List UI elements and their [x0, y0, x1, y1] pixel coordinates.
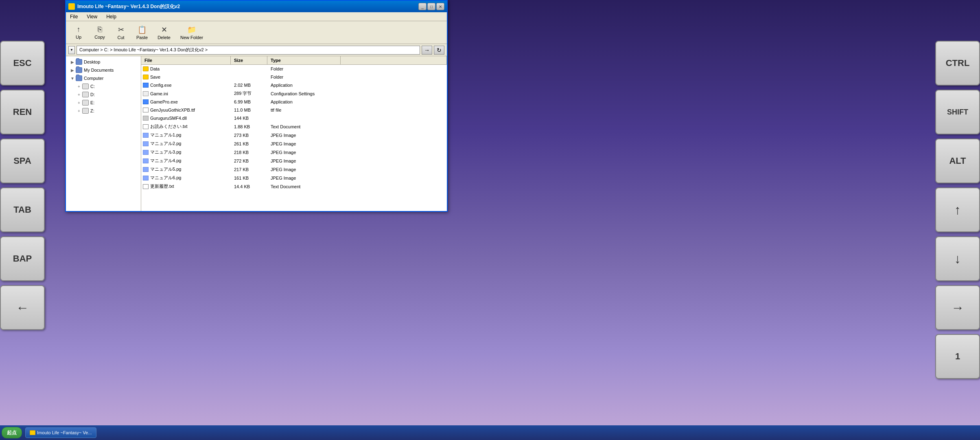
file-size: 161 KB [231, 175, 267, 181]
menu-help[interactable]: Help [104, 13, 119, 20]
key-alt[interactable]: ALT [935, 139, 980, 183]
toolbar-up-button[interactable]: ↑ Up [68, 23, 89, 42]
close-button[interactable]: ✕ [436, 3, 444, 10]
key-spa[interactable]: SPA [0, 139, 45, 183]
table-row[interactable]: マニュアル2.pg 261 KB JPEG Image [141, 139, 447, 148]
file-size: 1.88 KB [231, 124, 267, 130]
toolbar-copy-button[interactable]: ⎘ Copy [90, 23, 110, 42]
file-extra [341, 161, 447, 161]
file-extra [341, 118, 447, 119]
my-documents-label: My Documents [84, 68, 114, 73]
table-row[interactable]: Config.exe 2.02 MB Application [141, 81, 447, 89]
sidebar-item-drive-c[interactable]: + C: [66, 82, 141, 90]
address-dropdown[interactable]: ▼ [68, 46, 75, 54]
paste-icon: 📋 [138, 25, 147, 34]
expand-desktop[interactable]: ▶ [69, 59, 76, 65]
expand-drive-z[interactable]: + [76, 108, 82, 114]
table-row[interactable]: マニュアル1.pg 273 KB JPEG Image [141, 131, 447, 139]
file-size: 144 KB [231, 115, 267, 121]
sidebar-item-desktop[interactable]: ▶ Desktop [66, 58, 141, 66]
file-name-cell: マニュアル1.pg [141, 132, 231, 139]
sidebar-item-drive-e[interactable]: + E: [66, 99, 141, 107]
toolbar-cut-button[interactable]: ✂ Cut [111, 23, 131, 42]
file-name-cell: GamePro.exe [141, 99, 231, 105]
table-row[interactable]: GenJyuuGothicXPB.ttf 11.0 MB ttf file [141, 106, 447, 114]
file-extra [341, 135, 447, 136]
table-row[interactable]: 更新履歴.txt 14.4 KB Text Document [141, 182, 447, 191]
menu-file[interactable]: File [68, 13, 80, 20]
address-path[interactable]: Computer > C: > Imouto Life ~Fantasy~ Ve… [77, 46, 420, 55]
taskbar-item-icon [30, 430, 35, 435]
key-ren[interactable]: REN [0, 90, 45, 134]
file-icon [143, 184, 149, 189]
table-row[interactable]: Save Folder [141, 73, 447, 81]
sidebar-item-computer[interactable]: ▼ Computer [66, 74, 141, 82]
address-refresh-button[interactable]: ↻ [434, 46, 444, 55]
file-name: Save [150, 75, 160, 79]
key-bap[interactable]: BAP [0, 236, 45, 281]
table-row[interactable]: GamePro.exe 6.99 MB Application [141, 98, 447, 106]
key-arrow-down[interactable]: ↓ [935, 236, 980, 281]
toolbar-paste-button[interactable]: 📋 Paste [132, 23, 152, 42]
menu-view[interactable]: View [84, 13, 100, 20]
address-go-button[interactable]: → [422, 46, 432, 55]
file-extra [341, 85, 447, 86]
file-name: GuruguruSMF4.dll [150, 116, 187, 121]
column-header-file[interactable]: File [141, 56, 231, 64]
table-row[interactable]: マニュアル4.pg 272 KB JPEG Image [141, 156, 447, 165]
table-row[interactable]: マニュアル3.pg 218 KB JPEG Image [141, 148, 447, 156]
maximize-button[interactable]: □ [427, 3, 435, 10]
file-icon [143, 124, 149, 129]
table-row[interactable]: Game.ini 289 字节 Configuration Settings [141, 89, 447, 98]
delete-icon: ✕ [161, 25, 167, 34]
file-name-cell: Data [141, 66, 231, 72]
table-row[interactable]: GuruguruSMF4.dll 144 KB [141, 114, 447, 122]
column-header-size[interactable]: Size [231, 56, 267, 64]
column-header-type[interactable]: Type [267, 56, 341, 64]
drive-e-label: E: [90, 100, 94, 105]
file-size [231, 68, 267, 69]
key-arrow-up[interactable]: ↑ [935, 187, 980, 232]
file-type: ttf file [267, 107, 341, 113]
sidebar-item-my-documents[interactable]: ▶ My Documents [66, 66, 141, 74]
table-row[interactable]: マニュアル5.pg 217 KB JPEG Image [141, 165, 447, 174]
key-1[interactable]: 1 [935, 334, 980, 379]
toolbar-new-folder-button[interactable]: 📁 New Folder [176, 23, 208, 42]
file-extra [341, 178, 447, 178]
sidebar-item-drive-z[interactable]: + Z: [66, 107, 141, 115]
cut-label: Cut [117, 35, 124, 40]
key-arrow-right[interactable]: → [935, 285, 980, 330]
file-type: Application [267, 82, 341, 88]
title-bar: Imouto Life ~Fantasy~ Ver1.4.3 Don的汉化v2 … [66, 1, 447, 12]
file-name: Data [150, 66, 160, 71]
key-arrow-left[interactable]: ← [0, 285, 45, 330]
expand-computer[interactable]: ▼ [69, 75, 76, 81]
file-size: 14.4 KB [231, 184, 267, 189]
title-bar-content: Imouto Life ~Fantasy~ Ver1.4.3 Don的汉化v2 [68, 3, 180, 10]
expand-drive-c[interactable]: + [76, 83, 82, 90]
my-documents-folder-icon [76, 67, 82, 73]
key-esc[interactable]: ESC [0, 41, 45, 86]
expand-drive-d[interactable]: + [76, 91, 82, 98]
start-button[interactable]: 起点 [2, 427, 22, 438]
file-extra [341, 68, 447, 69]
file-size: 261 KB [231, 141, 267, 147]
key-tab[interactable]: TAB [0, 187, 45, 232]
table-row[interactable]: Data Folder [141, 65, 447, 73]
expand-my-documents[interactable]: ▶ [69, 67, 76, 73]
toolbar-delete-button[interactable]: ✕ Delete [153, 23, 175, 42]
table-row[interactable]: マニュアル6.pg 161 KB JPEG Image [141, 174, 447, 182]
table-row[interactable]: お読みください.txt 1.88 KB Text Document [141, 122, 447, 131]
file-extra [341, 143, 447, 144]
start-label: 起点 [7, 429, 17, 436]
content-area: File Size Type Data Folder Save Folder C… [141, 56, 447, 211]
key-shift[interactable]: SHIFT [935, 90, 980, 134]
file-name: GenJyuuGothicXPB.ttf [150, 108, 195, 112]
computer-folder-icon [76, 75, 82, 81]
taskbar-window-item[interactable]: Imouto Life ~Fantasy~ Ve... [25, 427, 96, 438]
file-type: Folder [267, 74, 341, 80]
expand-drive-e[interactable]: + [76, 99, 82, 106]
minimize-button[interactable]: _ [418, 3, 427, 10]
key-ctrl[interactable]: CTRL [935, 41, 980, 86]
sidebar-item-drive-d[interactable]: + D: [66, 90, 141, 99]
